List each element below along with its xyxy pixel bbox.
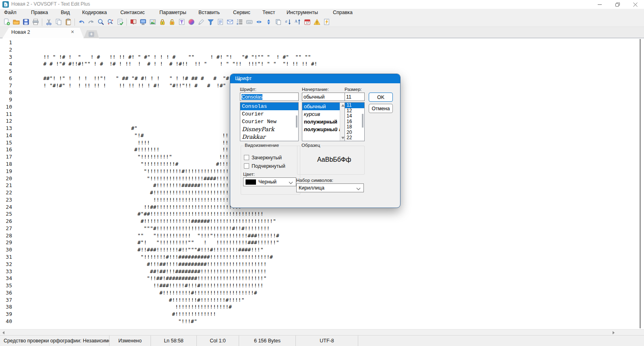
copy-icon[interactable] — [54, 18, 63, 26]
scroll-right-icon[interactable] — [613, 331, 615, 334]
status-cell-1: Изменено — [109, 336, 151, 346]
font-style-list[interactable]: обычныйкурсивполужирныйполужирный к — [302, 102, 347, 141]
vertical-scrollbar[interactable] — [640, 39, 641, 328]
duplicate-icon[interactable] — [274, 18, 283, 26]
minimize-button[interactable] — [591, 0, 609, 9]
redo-icon[interactable] — [87, 18, 95, 26]
font-name-option[interactable]: Drakkar — [240, 133, 298, 141]
new-tab-button[interactable]: + — [84, 30, 99, 38]
menu-item-вид[interactable]: Вид — [61, 10, 70, 15]
lock-icon[interactable] — [158, 18, 167, 26]
undo-icon[interactable] — [77, 18, 86, 26]
toolbar-separator — [126, 19, 127, 26]
strikeout-checkbox[interactable] — [244, 155, 249, 160]
font-size-option[interactable]: 18 — [345, 124, 364, 130]
line-number: 11 — [0, 111, 12, 117]
font-icon[interactable] — [177, 18, 186, 26]
dialog-titlebar[interactable]: Шрифт × — [230, 74, 400, 83]
ascii-art-text: #!!!!!!!!!#!!!!!!!!!!!!!!!!!!!# — [159, 290, 257, 296]
font-name-option[interactable]: DisneyPark — [240, 126, 298, 133]
numbered-list-icon[interactable] — [235, 18, 244, 26]
font-size-option[interactable]: 16 — [345, 119, 364, 125]
font-size-option[interactable]: 20 — [345, 130, 364, 136]
menu-item-справка[interactable]: Справка — [333, 10, 353, 15]
line-number: 37 — [0, 297, 12, 303]
scroll-up-icon[interactable] — [341, 104, 345, 107]
horizontal-scrollbar[interactable] — [0, 329, 644, 335]
keyboard-icon[interactable] — [245, 18, 254, 26]
font-size-option[interactable]: 12 — [345, 108, 364, 114]
open-file-icon[interactable] — [12, 18, 21, 26]
print-icon[interactable] — [31, 18, 40, 26]
screen-icon[interactable] — [138, 18, 147, 26]
line-number: 15 — [0, 140, 12, 146]
sort-desc-icon[interactable]: A — [293, 18, 302, 26]
menu-item-текст[interactable]: Текст — [262, 10, 275, 15]
menu-item-кодировка[interactable]: Кодировка — [82, 10, 107, 15]
calendar-icon[interactable]: 17 — [303, 18, 312, 26]
warning-icon[interactable] — [312, 18, 321, 26]
replace-icon[interactable] — [106, 18, 115, 26]
color-dropdown[interactable]: Черный — [243, 177, 296, 186]
unlock-icon[interactable] — [167, 18, 176, 26]
font-name-option[interactable]: Consolas — [240, 103, 298, 110]
notes-icon[interactable] — [216, 18, 225, 26]
charset-dropdown[interactable]: Кириллица — [296, 183, 364, 192]
ok-button[interactable]: OK — [369, 93, 393, 102]
search-icon[interactable] — [96, 18, 105, 26]
pen-icon[interactable] — [196, 18, 205, 26]
font-size-list[interactable]: 11121416182022 — [345, 102, 365, 141]
font-size-option[interactable]: 11 — [345, 103, 364, 108]
close-button[interactable] — [626, 0, 644, 9]
font-size-input[interactable]: 11 — [345, 93, 365, 101]
spell-check-icon[interactable] — [116, 18, 124, 26]
svg-text:A: A — [294, 19, 297, 23]
line-number: 33 — [0, 268, 12, 274]
menu-item-файл[interactable]: Файл — [4, 10, 17, 15]
paste-icon[interactable] — [64, 18, 72, 26]
scroll-left-icon[interactable] — [2, 331, 4, 334]
swap-vertical-icon[interactable] — [264, 18, 273, 26]
font-size-option[interactable]: 22 — [345, 135, 364, 141]
line-number: 14 — [0, 132, 12, 138]
size-list-scrollbar[interactable] — [362, 114, 363, 128]
swap-horizontal-icon[interactable] — [254, 18, 263, 26]
menu-item-сервис[interactable]: Сервис — [233, 10, 250, 15]
ascii-art-text: "!!##!##########!!!!!!!!!!!!!!!!!!!!!" — [147, 275, 266, 281]
ascii-art-text: "" "!!!!!!!!!!! "!!!"!!!!!!!!!!!###!!!!!… — [137, 233, 279, 239]
email-icon[interactable] — [225, 18, 234, 26]
read-mode-icon[interactable] — [129, 18, 138, 26]
font-name-list[interactable]: ConsolasCourierCourier NewDisneyParkDrak… — [240, 102, 299, 141]
cancel-button[interactable]: Отмена — [369, 104, 393, 113]
font-size-option[interactable]: 14 — [345, 113, 364, 119]
font-name-input[interactable]: Consolas — [240, 93, 299, 101]
menu-item-синтаксис[interactable]: Синтаксис — [120, 10, 145, 15]
energy-icon[interactable] — [322, 18, 331, 26]
color-wheel-icon[interactable] — [187, 18, 196, 26]
font-name-option[interactable]: Courier — [240, 110, 298, 118]
editor-line: 1 — [0, 39, 639, 47]
line-number: 28 — [0, 233, 12, 239]
sort-asc-icon[interactable]: a — [283, 18, 292, 26]
ascii-art-text: #!!!##!!!!#########!!!!!!!!!!!!!!!!!!! — [147, 261, 266, 267]
cut-icon[interactable] — [44, 18, 53, 26]
underline-checkbox[interactable] — [244, 163, 249, 169]
tab-close-icon[interactable]: × — [71, 29, 74, 35]
menu-item-правка[interactable]: Правка — [31, 10, 48, 15]
restore-button[interactable] — [609, 0, 626, 9]
save-file-icon[interactable] — [21, 18, 30, 26]
line-number: 22 — [0, 189, 12, 196]
filter-icon[interactable] — [206, 18, 215, 26]
menu-item-вставить[interactable]: Вставить — [198, 10, 220, 15]
ascii-art-text: #!!###!!!!!!!#!!"""#!!!#!!!!!!!!####!!!" — [137, 247, 263, 253]
font-name-option[interactable]: Courier New — [240, 118, 298, 126]
font-list-scrollbar[interactable] — [296, 115, 297, 128]
image-icon[interactable] — [148, 18, 157, 26]
font-style-input[interactable]: обычный — [302, 93, 347, 101]
menu-item-инструменты[interactable]: Инструменты — [287, 10, 318, 15]
dialog-close-icon[interactable]: × — [235, 76, 243, 83]
new-file-icon[interactable] — [2, 18, 11, 26]
menu-item-параметры[interactable]: Параметры — [159, 10, 186, 15]
scroll-down-icon[interactable] — [341, 137, 345, 139]
ascii-art-text: "!!!#" — [178, 318, 197, 324]
